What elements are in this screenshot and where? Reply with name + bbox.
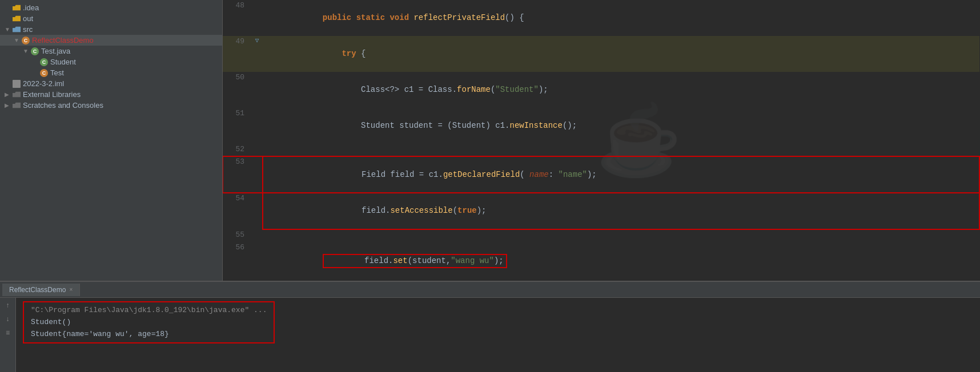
string-literal: "wang wu" (451, 256, 494, 265)
gutter (251, 193, 263, 229)
gutter (251, 108, 263, 144)
gutter: ▽ (251, 36, 263, 72)
console-line-2: Student() (31, 317, 267, 329)
code-text: () { (505, 13, 524, 22)
console-output: "C:\Program Files\Java\jdk1.8.0_192\bin\… (16, 298, 980, 372)
sidebar-item-label: 2022-3-2.iml (23, 79, 64, 88)
code-container: ☕ 48 public static void reflectPrivateFi… (223, 0, 980, 281)
code-table: 48 public static void reflectPrivateFiel… (223, 0, 980, 281)
gutter (251, 280, 263, 281)
editor-area: ☕ 48 public static void reflectPrivateFi… (223, 0, 980, 281)
code-row-52: 52 (223, 144, 979, 156)
folder-icon (13, 91, 21, 98)
string-literal: "Student" (495, 85, 539, 94)
sidebar-item-test[interactable]: C Test (0, 67, 222, 78)
method-name: set (393, 256, 407, 265)
line-number: 54 (223, 193, 251, 229)
console-line-3: Student{name='wang wu', age=18} (31, 329, 267, 341)
code-text: Student student = (Student) c1. (323, 121, 510, 130)
sidebar-item-label: Student (50, 58, 76, 66)
sidebar-item-label: out (23, 14, 33, 23)
code-text: ); (539, 85, 548, 94)
line-number: 51 (223, 108, 251, 144)
tab-label: ReflectClassDemo (9, 286, 66, 294)
gutter (251, 229, 263, 242)
bottom-panel: ReflectClassDemo × ↑ ↓ ≡ "C:\Program Fil… (0, 281, 980, 372)
code-line: Class<?> c1 = Class.forName("Student"); (263, 72, 979, 108)
gutter (251, 156, 263, 193)
line-number: 53 (223, 156, 251, 193)
method-name: forName (457, 85, 491, 94)
class-icon: C (22, 37, 30, 45)
code-text: ); (477, 206, 487, 215)
code-row-49: 49 ▽ try { (223, 36, 979, 72)
code-row-55: 55 (223, 229, 979, 242)
code-line (263, 229, 979, 242)
close-button[interactable]: × (69, 286, 73, 293)
sidebar-item-testjava[interactable]: ▼ C Test.java (0, 46, 222, 56)
code-row-51: 51 Student student = (Student) c1.newIns… (223, 108, 979, 144)
code-text: : (549, 170, 559, 179)
line-number: 48 (223, 0, 251, 36)
folder-icon (13, 5, 21, 11)
menu-button[interactable]: ≡ (2, 327, 14, 339)
code-line: public static void reflectPrivateField()… (263, 0, 979, 36)
console-text: Student() (31, 318, 71, 326)
sidebar-item-label: Scratches and Consoles (23, 101, 103, 110)
main-area: .idea out ▼ src ▼ C ReflectClassDemo ▼ C… (0, 0, 980, 281)
gutter (251, 0, 263, 36)
code-line: System.out.println(student); (263, 280, 979, 281)
code-row-57: 57 System.out.println(student); (223, 280, 979, 281)
console-text: Student{name='wang wu', age=18} (31, 330, 169, 338)
folder-icon (13, 102, 21, 109)
bottom-left-buttons: ↑ ↓ ≡ (0, 298, 16, 372)
folder-icon (13, 15, 21, 22)
sidebar-item-scratches[interactable]: ▶ Scratches and Consoles (0, 100, 222, 111)
line-number: 57 (223, 280, 251, 281)
keyword: true (457, 206, 477, 215)
sidebar-item-iml[interactable]: 2022-3-2.iml (0, 78, 222, 89)
code-text: ); (587, 170, 597, 179)
bottom-tabs: ReflectClassDemo × (0, 282, 980, 298)
chevron-icon: ▼ (5, 26, 11, 33)
sidebar-item-external-libraries[interactable]: ▶ External Libraries (0, 89, 222, 100)
code-text: { (361, 49, 366, 58)
chevron-icon: ▼ (23, 48, 30, 54)
sidebar-item-idea[interactable]: .idea (0, 2, 222, 13)
code-text: ( (453, 206, 457, 215)
sidebar-item-label: Test (50, 68, 64, 77)
gutter (251, 144, 263, 156)
code-line: field.set(student,"wang wu"); (263, 242, 979, 280)
class-icon: C (31, 47, 39, 55)
code-row-53: 53 Field field = c1.getDeclaredField( na… (223, 156, 979, 193)
code-row-56: 56 field.set(student,"wang wu"); (223, 242, 979, 280)
code-text: Field field = c1. (323, 170, 443, 179)
sidebar-item-out[interactable]: out (0, 13, 222, 24)
sidebar-item-label: src (23, 25, 33, 34)
code-line (263, 144, 979, 156)
keyword: static (356, 13, 390, 22)
sidebar-item-src[interactable]: ▼ src (0, 24, 222, 35)
line-number: 50 (223, 72, 251, 108)
sidebar-item-label: .idea (23, 3, 39, 12)
line-number: 55 (223, 229, 251, 242)
scroll-up-button[interactable]: ↑ (2, 300, 14, 312)
sidebar-item-reflectclassdemo[interactable]: ▼ C ReflectClassDemo (0, 35, 222, 46)
class-icon: C (40, 69, 48, 77)
chevron-icon: ▼ (14, 37, 21, 43)
scroll-down-button[interactable]: ↓ (2, 314, 14, 325)
sidebar-item-label: External Libraries (23, 90, 81, 99)
sidebar-item-label: Test.java (41, 47, 70, 55)
code-row-48: 48 public static void reflectPrivateFiel… (223, 0, 979, 36)
sidebar-item-student[interactable]: C Student (0, 56, 222, 67)
bottom-content: ↑ ↓ ≡ "C:\Program Files\Java\jdk1.8.0_19… (0, 298, 980, 372)
sidebar: .idea out ▼ src ▼ C ReflectClassDemo ▼ C… (0, 0, 223, 281)
code-text: field.set(student,"wang wu"); (323, 254, 507, 268)
code-text: field. (323, 206, 391, 215)
gutter (251, 242, 263, 280)
keyword: void (389, 13, 413, 22)
method-name: reflectPrivateField (413, 13, 505, 22)
bottom-tab-reflectclassdemo[interactable]: ReflectClassDemo × (2, 284, 80, 296)
method-name: newInstance (509, 121, 562, 130)
iml-icon (13, 80, 21, 88)
